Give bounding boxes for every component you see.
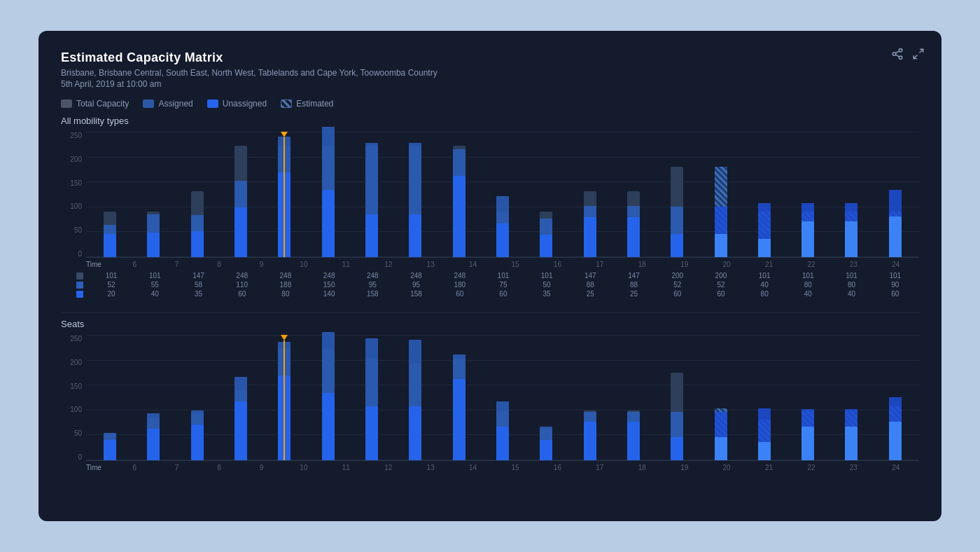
bar-group — [307, 132, 349, 257]
bar-unassigned — [584, 412, 596, 422]
y-label: 150 — [61, 179, 82, 187]
bar-unassigned — [496, 196, 509, 223]
svg-line-4 — [895, 51, 899, 53]
y-label: 100 — [61, 202, 82, 210]
bar-assigned — [365, 406, 378, 460]
data-cell: 80 — [743, 290, 785, 298]
bar-group — [612, 335, 654, 460]
chart2-y-axis: 050100150200250 — [61, 335, 86, 461]
data-cell: 101 — [743, 272, 785, 280]
chart1-bars — [86, 132, 919, 257]
row-color-swatch — [76, 291, 83, 298]
svg-point-1 — [892, 53, 896, 56]
data-cell: 60 — [221, 290, 263, 298]
x-label: 13 — [410, 261, 451, 268]
data-cell: 60 — [700, 290, 742, 298]
x-label: 19 — [664, 261, 704, 268]
row-icon-cell — [61, 282, 86, 289]
x-label: 19 — [664, 464, 704, 471]
unassigned-swatch — [207, 99, 218, 108]
highlight-arrow — [281, 335, 288, 340]
expand-icon[interactable] — [912, 48, 925, 60]
data-cell: 80 — [830, 281, 872, 289]
data-cell: 40 — [743, 281, 785, 289]
bar-assigned — [845, 221, 858, 257]
assigned-swatch — [143, 99, 154, 108]
bar-group — [568, 132, 610, 257]
x-label: 12 — [368, 261, 409, 268]
separator-1 — [61, 312, 919, 313]
highlight-bar — [284, 137, 285, 257]
chart1-x-axis: Time 6789101112131415161718192021222324 — [61, 261, 919, 268]
chart2-bars — [86, 335, 919, 460]
bar-group — [656, 335, 698, 460]
chart2-x-labels: 6789101112131415161718192021222324 — [111, 464, 919, 471]
bar-assigned — [496, 427, 509, 460]
chart1-y-axis: 050100150200250 — [61, 132, 86, 258]
bar-unassigned — [889, 190, 902, 217]
bar-assigned — [584, 422, 596, 460]
bar-group — [830, 335, 872, 460]
x-label: 6 — [114, 464, 155, 471]
legend-unassigned-label: Unassigned — [223, 99, 267, 109]
data-cell: 88 — [612, 281, 654, 289]
data-cell: 40 — [787, 290, 829, 298]
data-cell: 147 — [177, 272, 219, 280]
data-cell: 248 — [395, 272, 437, 280]
assigned-row: 5255581101881509595180755088885252408080… — [61, 280, 919, 289]
data-cell: 60 — [874, 290, 916, 298]
bar-unassigned — [234, 377, 247, 401]
x-label: 9 — [241, 464, 281, 471]
y-label: 200 — [61, 156, 82, 163]
bar-group — [568, 335, 610, 460]
legend-estimated: Estimated — [281, 99, 333, 109]
bar-unassigned — [409, 143, 421, 214]
chart1-area: 050100150200250 — [61, 132, 919, 298]
bar-unassigned — [889, 397, 902, 422]
chart-section-seats: Seats 050100150200250 — [61, 319, 919, 471]
bar-unassigned — [845, 203, 858, 221]
chart2-x-axis: Time 6789101112131415161718192021222324 — [61, 464, 919, 471]
bar-group — [132, 132, 174, 257]
data-cell: 58 — [177, 281, 219, 289]
bar-assigned — [845, 427, 858, 460]
bar-group — [482, 335, 524, 460]
bar-group — [307, 335, 349, 460]
x-time-label-2: Time — [86, 464, 111, 471]
bar-group — [220, 132, 262, 257]
x-label: 15 — [495, 464, 536, 471]
data-cell: 101 — [482, 272, 524, 280]
bar-unassigned — [715, 412, 727, 436]
data-cell: 248 — [439, 272, 481, 280]
x-label: 20 — [706, 261, 747, 268]
main-panel: Estimated Capacity Matrix Brisbane, Bris… — [38, 31, 941, 521]
bar-unassigned — [584, 206, 596, 217]
highlight-arrow — [281, 132, 288, 137]
scrollable-area[interactable]: All mobility types 050100150200250 — [61, 116, 919, 486]
bar-unassigned — [540, 427, 552, 440]
bar-unassigned — [802, 409, 814, 426]
x-label: 9 — [241, 261, 281, 268]
bar-assigned — [104, 234, 116, 257]
data-cell: 101 — [526, 272, 568, 280]
x-label: 16 — [537, 261, 578, 268]
bar-assigned — [715, 437, 727, 460]
x-label: 10 — [284, 464, 324, 471]
data-cell: 95 — [351, 281, 393, 289]
data-cell: 52 — [700, 281, 742, 289]
bar-group — [394, 132, 436, 257]
bar-unassigned — [671, 412, 683, 436]
unassigned-row: 2040356080140158158606035252560608040406… — [61, 289, 919, 298]
data-cell: 90 — [874, 281, 916, 289]
data-cell: 147 — [569, 272, 611, 280]
y-label: 0 — [61, 453, 82, 461]
x-label: 8 — [199, 464, 239, 471]
data-cell: 60 — [657, 290, 699, 298]
bar-group — [874, 132, 916, 257]
row-cells: 2040356080140158158606035252560608040406… — [88, 290, 919, 298]
bar-group — [743, 335, 785, 460]
share-icon[interactable] — [891, 48, 904, 60]
bar-unassigned — [496, 401, 509, 426]
bar-unassigned — [671, 207, 683, 234]
estimated-swatch — [281, 99, 292, 108]
